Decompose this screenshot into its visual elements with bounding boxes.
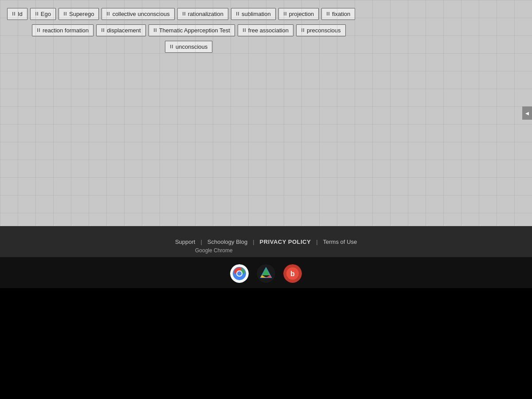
tag-displacement-label: displacement [107, 27, 141, 34]
tag-drag-icon: ⁞⁞ [37, 27, 40, 33]
drive-taskbar-icon[interactable] [257, 264, 275, 283]
tag-id-label: Id [18, 11, 23, 17]
taskbar: b [0, 257, 532, 288]
tag-id[interactable]: ⁞⁞ Id [7, 8, 27, 20]
tag-preconscious[interactable]: ⁞⁞ preconscious [296, 24, 346, 36]
tag-sublimation[interactable]: ⁞⁞ sublimation [231, 8, 276, 20]
footer-blog-link[interactable]: Schoology Blog [206, 239, 249, 245]
svg-point-3 [237, 271, 242, 276]
svg-text:b: b [290, 270, 295, 278]
tags-row-1: ⁞⁞ Id ⁞⁞ Ego ⁞⁞ Superego ⁞⁞ collective u… [5, 8, 527, 20]
tag-free-association[interactable]: ⁞⁞ free association [238, 24, 293, 36]
tag-drag-icon: ⁞⁞ [106, 11, 110, 17]
tag-reaction-formation[interactable]: ⁞⁞ reaction formation [32, 24, 94, 36]
footer-bar: Support | Schoology Blog | PRIVACY POLIC… [0, 226, 532, 257]
footer-sep-2: | [249, 239, 258, 245]
tags-container: ⁞⁞ Id ⁞⁞ Ego ⁞⁞ Superego ⁞⁞ collective u… [5, 8, 527, 53]
tag-ego-label: Ego [41, 11, 51, 17]
tag-reaction-formation-label: reaction formation [43, 27, 89, 34]
app3-taskbar-icon[interactable]: b [283, 264, 302, 283]
tag-drag-icon: ⁞⁞ [170, 44, 173, 50]
tag-drag-icon: ⁞⁞ [301, 27, 305, 33]
tag-drag-icon: ⁞⁞ [101, 27, 105, 33]
chrome-taskbar-icon[interactable] [230, 264, 249, 283]
tag-drag-icon: ⁞⁞ [12, 11, 16, 17]
tag-superego-label: Superego [69, 11, 94, 17]
tag-drag-icon: ⁞⁞ [243, 27, 246, 33]
main-content-area: ⁞⁞ Id ⁞⁞ Ego ⁞⁞ Superego ⁞⁞ collective u… [0, 0, 532, 226]
tag-projection[interactable]: ⁞⁞ projection [278, 8, 319, 20]
footer-sep-1: | [197, 239, 205, 245]
tag-sublimation-label: sublimation [242, 11, 271, 17]
tag-free-association-label: free association [248, 27, 289, 34]
tag-superego[interactable]: ⁞⁞ Superego [59, 8, 99, 20]
chrome-label: Google Chrome [195, 247, 233, 254]
footer-support-link[interactable]: Support [173, 239, 197, 245]
footer-links: Support | Schoology Blog | PRIVACY POLIC… [173, 239, 359, 245]
collapse-button[interactable]: ◄ [522, 106, 532, 120]
tag-collective-unconscious-label: collective unconscious [112, 11, 169, 17]
tag-drag-icon: ⁞⁞ [35, 11, 39, 17]
bottom-black-area [0, 288, 532, 399]
tag-ego[interactable]: ⁞⁞ Ego [30, 8, 56, 20]
tag-thematic-apperception-test[interactable]: ⁞⁞ Thematic Apperception Test [149, 24, 235, 36]
collapse-arrow-icon: ◄ [524, 110, 530, 117]
tag-rationalization[interactable]: ⁞⁞ rationalization [177, 8, 228, 20]
tag-fixation-label: fixation [332, 11, 350, 17]
tag-drag-icon: ⁞⁞ [283, 11, 287, 17]
tag-drag-icon: ⁞⁞ [182, 11, 186, 17]
tag-collective-unconscious[interactable]: ⁞⁞ collective unconscious [102, 8, 174, 20]
footer-terms-link[interactable]: Terms of Use [321, 239, 359, 245]
tags-row-3: ⁞⁞ unconscious [5, 41, 527, 53]
tag-projection-label: projection [289, 11, 314, 17]
tag-drag-icon: ⁞⁞ [326, 11, 330, 17]
tag-rationalization-label: rationalization [188, 11, 223, 17]
tag-preconscious-label: preconscious [307, 27, 341, 34]
tag-drag-icon: ⁞⁞ [236, 11, 239, 17]
tag-unconscious-label: unconscious [176, 43, 207, 50]
tag-unconscious[interactable]: ⁞⁞ unconscious [165, 41, 212, 53]
tag-displacement[interactable]: ⁞⁞ displacement [96, 24, 146, 36]
tag-drag-icon: ⁞⁞ [153, 27, 157, 33]
footer-sep-3: | [313, 239, 321, 245]
footer-privacy-link[interactable]: PRIVACY POLICY [258, 239, 313, 245]
tag-drag-icon: ⁞⁞ [63, 11, 67, 17]
tag-tat-label: Thematic Apperception Test [159, 27, 230, 34]
tags-row-2: ⁞⁞ reaction formation ⁞⁞ displacement ⁞⁞… [5, 24, 527, 36]
tag-fixation[interactable]: ⁞⁞ fixation [321, 8, 355, 20]
